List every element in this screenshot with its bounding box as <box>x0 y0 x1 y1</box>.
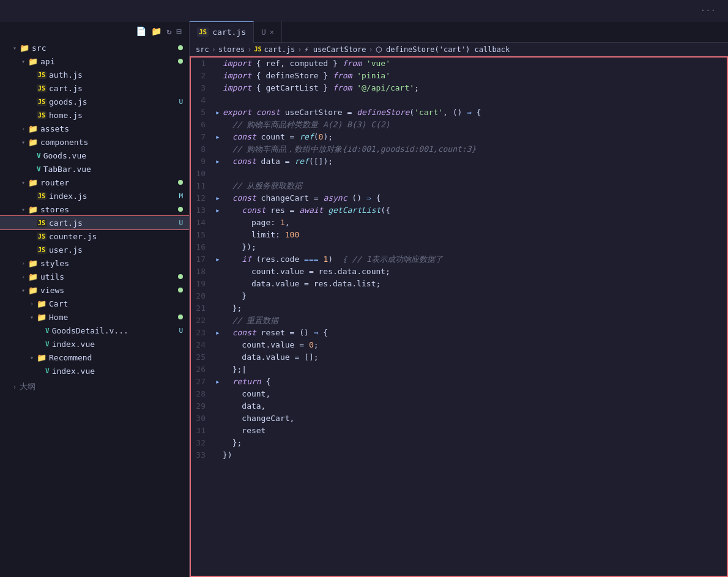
sidebar-item-views[interactable]: ▾📁views <box>0 283 189 297</box>
line-indicator-4 <box>215 94 223 106</box>
code-line-26: 26 };| <box>191 363 727 376</box>
line-number-18: 18 <box>191 266 215 278</box>
sidebar-item-home_dir[interactable]: ▾📁Home <box>0 310 189 324</box>
js-icon-user_store: JS <box>37 246 46 254</box>
editor-panel: JS cart.js U ✕ src › stores › JS cart.js… <box>190 21 728 577</box>
tab-close-icon[interactable]: ✕ <box>270 28 274 36</box>
tree-label-recommend_dir: Recommend <box>49 353 187 362</box>
code-line-30: 30 changeCart, <box>191 412 727 425</box>
line-content-18: count.value = res.data.count; <box>223 266 727 278</box>
bc-stores: stores <box>218 45 245 54</box>
code-line-5: 5▸export const useCartStore = defineStor… <box>191 106 727 119</box>
line-indicator-25 <box>215 351 223 363</box>
sidebar-item-outline[interactable]: › 大纲 <box>0 380 189 393</box>
vue-icon-tabbar_vue: V <box>37 165 41 173</box>
sidebar-item-goodsdetail[interactable]: VGoodsDetail.v...U <box>0 324 189 337</box>
line-indicator-30 <box>215 412 223 425</box>
line-indicator-27: ▸ <box>215 376 223 388</box>
line-content-30: changeCart, <box>223 412 727 425</box>
line-indicator-9: ▸ <box>215 155 223 168</box>
sidebar-item-stores[interactable]: ▾📁stores <box>0 203 189 216</box>
tree-dot-api <box>178 59 183 64</box>
line-content-26: };| <box>223 363 727 376</box>
sidebar-item-cart_store[interactable]: JScart.jsU <box>0 216 189 229</box>
more-icon[interactable]: ··· <box>700 6 716 15</box>
sidebar-item-recommend_dir[interactable]: ▾📁Recommend <box>0 351 189 364</box>
code-line-29: 29 data, <box>191 400 727 412</box>
code-line-19: 19 data.value = res.data.list; <box>191 278 727 290</box>
refresh-icon[interactable]: ↻ <box>166 26 171 36</box>
vue-icon-recommend_index: V <box>45 367 50 375</box>
tree-dot-views <box>178 288 183 292</box>
sidebar-item-goods_vue[interactable]: VGoods.vue <box>0 149 189 162</box>
sidebar-item-api[interactable]: ▾📁api <box>0 54 189 68</box>
collapse-icon[interactable]: ⊟ <box>177 26 182 36</box>
line-indicator-18 <box>215 266 223 278</box>
folder-icon-cart_dir: 📁 <box>37 299 46 308</box>
sidebar-item-home_index[interactable]: Vindex.vue <box>0 337 189 351</box>
line-content-31: reset <box>223 425 727 437</box>
sidebar-item-tabbar_vue[interactable]: VTabBar.vue <box>0 162 189 176</box>
line-indicator-21 <box>215 302 223 315</box>
tree-label-cart_api: cart.js <box>49 84 187 93</box>
vue-icon-goods_vue: V <box>37 152 41 160</box>
line-number-27: 27 <box>191 376 215 388</box>
folder-arrow-src: ▾ <box>10 45 20 51</box>
vue-icon-home_index: V <box>45 340 50 348</box>
line-indicator-12: ▸ <box>215 192 223 204</box>
sidebar-item-counter[interactable]: JScounter.js <box>0 229 189 243</box>
folder-arrow-api: ▾ <box>18 58 28 65</box>
code-line-20: 20 } <box>191 290 727 302</box>
folder-icon-stores: 📁 <box>28 205 38 214</box>
tab-unknown[interactable]: U ✕ <box>254 21 281 43</box>
outline-arrow: › <box>10 384 20 390</box>
new-folder-icon[interactable]: 📁 <box>151 26 162 36</box>
js-icon-router_index: JS <box>37 192 46 200</box>
line-content-23: const reset = () ⇒ { <box>223 327 727 339</box>
folder-icon-utils: 📁 <box>28 272 38 281</box>
tab-cart-js[interactable]: JS cart.js <box>190 21 254 43</box>
sidebar-item-router[interactable]: ▾📁router <box>0 176 189 189</box>
line-content-33: }) <box>223 449 727 461</box>
code-line-23: 23▸ const reset = () ⇒ { <box>191 327 727 339</box>
sidebar-item-goods[interactable]: JSgoods.jsU <box>0 95 189 108</box>
folder-icon-api: 📁 <box>28 57 38 66</box>
line-number-5: 5 <box>191 106 215 119</box>
folder-arrow-utils: › <box>18 274 28 280</box>
line-content-11: // 从服务获取数据 <box>223 180 727 192</box>
sidebar-item-components[interactable]: ▾📁components <box>0 135 189 149</box>
line-content-28: count, <box>223 388 727 400</box>
code-editor[interactable]: 1import { ref, computed } from 'vue'2imp… <box>190 56 728 577</box>
code-line-6: 6 // 购物车商品种类数量 A(2) B(3) C(2) <box>191 119 727 131</box>
folder-arrow-styles: › <box>18 260 28 267</box>
sidebar-item-router_index[interactable]: JSindex.jsM <box>0 189 189 203</box>
outline-label: 大纲 <box>20 381 35 392</box>
sidebar-item-assets[interactable]: ›📁assets <box>0 122 189 135</box>
line-indicator-24 <box>215 339 223 351</box>
sidebar-item-styles[interactable]: ›📁styles <box>0 256 189 270</box>
sidebar-item-user_store[interactable]: JSuser.js <box>0 243 189 256</box>
code-line-10: 10 <box>191 168 727 180</box>
sidebar-item-auth[interactable]: JSauth.js <box>0 68 189 81</box>
tab-u-label: U <box>261 28 266 37</box>
line-indicator-32 <box>215 437 223 449</box>
sidebar-item-recommend_index[interactable]: Vindex.vue <box>0 364 189 378</box>
sidebar-item-utils[interactable]: ›📁utils <box>0 270 189 283</box>
folder-icon-styles: 📁 <box>28 259 38 268</box>
code-line-32: 32 }; <box>191 437 727 449</box>
code-line-17: 17▸ if (res.code === 1) { // 1表示成功响应数据了 <box>191 253 727 266</box>
sidebar: 📄 📁 ↻ ⊟ ▾📁src▾📁apiJSauth.jsJScart.jsJSgo… <box>0 21 190 577</box>
sidebar-item-home_api[interactable]: JShome.js <box>0 108 189 122</box>
new-file-icon[interactable]: 📄 <box>136 26 146 36</box>
tree-dot-src <box>178 45 183 50</box>
sidebar-item-cart_dir[interactable]: ›📁Cart <box>0 297 189 310</box>
tree-dot-stores <box>178 207 183 212</box>
sidebar-item-src[interactable]: ▾📁src <box>0 41 189 54</box>
line-indicator-14 <box>215 217 223 229</box>
line-content-9: const data = ref([]); <box>223 155 727 168</box>
sidebar-item-cart_api[interactable]: JScart.js <box>0 81 189 95</box>
line-indicator-8 <box>215 143 223 155</box>
line-number-14: 14 <box>191 217 215 229</box>
tree-label-home_index: index.vue <box>52 340 187 349</box>
code-line-33: 33}) <box>191 449 727 461</box>
